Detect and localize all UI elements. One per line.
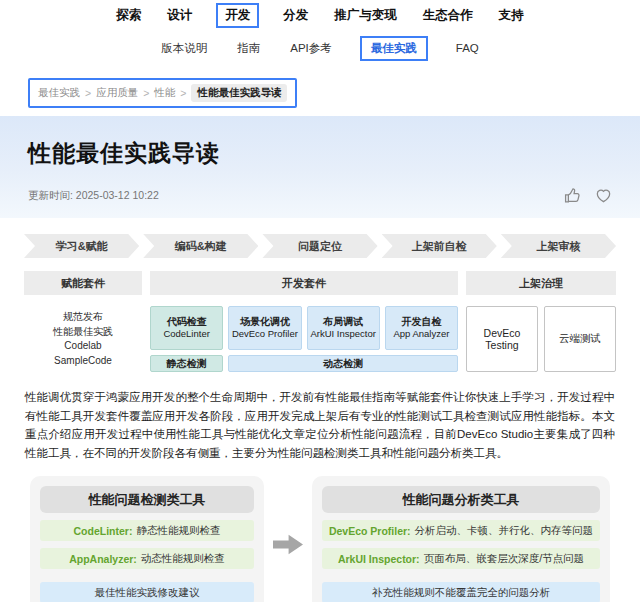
intro-paragraph: 性能调优贯穿于鸿蒙应用开发的整个生命周期中，开发前有性能最佳指南等赋能套件让你快…	[0, 372, 640, 468]
cloud-testing-box: 云端测试	[544, 306, 616, 372]
nav-item-support[interactable]: 支持	[497, 4, 526, 27]
tool-codelinter: 代码检查 CodeLinter	[150, 306, 223, 350]
tool-comparison: 性能问题检测类工具 CodeLinter: 静态性能规则检查 AppAnalyz…	[0, 468, 640, 602]
tool-subtitle: DevEco Profiler	[232, 328, 298, 340]
analysis-tools-panel: 性能问题分析类工具 DevEco Profiler: 分析启动、卡顿、并行化、内…	[312, 476, 610, 602]
enablement-column: 赋能套件 规范发布 性能最佳实践 Codelab SampleCode	[24, 271, 142, 372]
dynamic-detection-bar: 动态检测	[228, 355, 458, 372]
deveco-testing-box: DevEco Testing	[466, 306, 538, 372]
pipeline-diagram: 学习&赋能 编码&构建 问题定位 上架前自检 上架审核 赋能套件 规范发布 性能…	[0, 218, 640, 372]
detection-tools-panel: 性能问题检测类工具 CodeLinter: 静态性能规则检查 AppAnalyz…	[30, 476, 264, 602]
tool-desc: 静态性能规则检查	[136, 524, 220, 538]
subnav-item-api-reference[interactable]: API参考	[288, 38, 334, 59]
tool-desc: 分析启动、卡顿、并行化、内存等问题	[415, 524, 594, 538]
enablement-item: SampleCode	[24, 354, 142, 369]
like-icon[interactable]	[564, 187, 581, 204]
stage-review: 上架审核	[501, 234, 616, 258]
page-title: 性能最佳实践导读	[28, 138, 612, 169]
top-nav: 探索 设计 开发 分发 推广与变现 生态合作 支持	[0, 0, 640, 30]
devkit-column: 开发套件 代码检查 CodeLinter 场景化调优 DevEco Profil…	[150, 271, 458, 372]
enablement-item: 性能最佳实践	[24, 325, 142, 340]
governance-boxes: DevEco Testing 云端测试	[466, 306, 616, 372]
tool-deveco-profiler: 场景化调优 DevEco Profiler	[228, 306, 301, 350]
tool-title: 代码检查	[167, 316, 207, 328]
nav-item-distribute[interactable]: 分发	[281, 4, 310, 27]
tool-title: 开发自检	[401, 316, 441, 328]
analysis-row-inspector: ArkUI Inspector: 页面布局、嵌套层次深度/节点问题	[322, 548, 600, 569]
tool-desc: 页面布局、嵌套层次深度/节点问题	[424, 552, 584, 566]
breadcrumb-item-current-page: 性能最佳实践导读	[191, 84, 287, 102]
enablement-item: 规范发布	[24, 310, 142, 325]
subnav-item-guide[interactable]: 指南	[235, 38, 262, 59]
detection-panel-footer: 最佳性能实践修改建议	[40, 582, 254, 602]
governance-header: 上架治理	[466, 271, 616, 295]
favorite-icon[interactable]	[595, 187, 612, 204]
breadcrumb-row: 最佳实践 > 应用质量 > 性能 > 性能最佳实践导读	[0, 66, 640, 116]
sub-nav: 版本说明 指南 API参考 最佳实践 FAQ	[0, 30, 640, 66]
analysis-row-profiler: DevEco Profiler: 分析启动、卡顿、并行化、内存等问题	[322, 520, 600, 541]
tool-desc: 动态性能规则检查	[141, 552, 225, 566]
breadcrumb-item-app-quality[interactable]: 应用质量	[96, 86, 138, 100]
nav-item-design[interactable]: 设计	[165, 4, 194, 27]
nav-item-develop[interactable]: 开发	[216, 3, 259, 28]
tool-arkui-inspector: 布局调试 ArkUI Inspector	[307, 306, 380, 350]
subnav-item-release-notes[interactable]: 版本说明	[159, 38, 209, 59]
pipeline-stages: 学习&赋能 编码&构建 问题定位 上架前自检 上架审核	[24, 234, 616, 258]
tool-title: 布局调试	[323, 316, 363, 328]
subnav-item-best-practices[interactable]: 最佳实践	[360, 36, 428, 61]
tool-name: ArkUI Inspector:	[338, 553, 420, 565]
updated-timestamp: 更新时间: 2025-03-12 10:22	[28, 189, 159, 203]
stage-problem-locating: 问题定位	[262, 234, 377, 258]
devkit-header: 开发套件	[150, 271, 458, 295]
tool-subtitle: CodeLinter	[163, 328, 209, 340]
stage-self-check: 上架前自检	[382, 234, 497, 258]
nav-item-ecosystem[interactable]: 生态合作	[421, 4, 475, 27]
enablement-header: 赋能套件	[24, 271, 142, 295]
breadcrumb-separator: >	[180, 87, 186, 99]
tool-subtitle: ArkUI Inspector	[310, 328, 375, 340]
enablement-list: 规范发布 性能最佳实践 Codelab SampleCode	[24, 306, 142, 372]
breadcrumb-item-best-practices[interactable]: 最佳实践	[38, 86, 80, 100]
analysis-panel-footer: 补充性能规则不能覆盖完全的问题分析	[322, 582, 600, 602]
tool-title: 场景化调优	[240, 316, 290, 328]
devkit-tools: 代码检查 CodeLinter 场景化调优 DevEco Profiler 布局…	[150, 306, 458, 372]
tool-subtitle: App Analyzer	[393, 328, 449, 340]
detection-row-appanalyzer: AppAnalyzer: 动态性能规则检查	[40, 548, 254, 569]
tool-app-analyzer: 开发自检 App Analyzer	[385, 306, 458, 350]
enablement-item: Codelab	[24, 339, 142, 354]
right-arrow-icon	[273, 534, 303, 556]
breadcrumb-item-performance[interactable]: 性能	[154, 86, 175, 100]
subnav-item-faq[interactable]: FAQ	[454, 39, 481, 57]
breadcrumb-separator: >	[143, 87, 149, 99]
stage-learning: 学习&赋能	[24, 234, 139, 258]
tool-name: CodeLinter:	[74, 525, 133, 537]
hero-actions	[550, 187, 612, 204]
nav-item-monetize[interactable]: 推广与变现	[332, 4, 399, 27]
tool-name: DevEco Profiler:	[329, 525, 411, 537]
nav-item-explore[interactable]: 探索	[114, 4, 143, 27]
hero-banner: 性能最佳实践导读 更新时间: 2025-03-12 10:22	[0, 116, 640, 218]
stage-coding: 编码&构建	[143, 234, 258, 258]
analysis-panel-title: 性能问题分析类工具	[322, 486, 600, 513]
static-detection-bar: 静态检测	[150, 355, 223, 372]
breadcrumb: 最佳实践 > 应用质量 > 性能 > 性能最佳实践导读	[28, 78, 297, 108]
detection-panel-title: 性能问题检测类工具	[40, 486, 254, 513]
governance-column: 上架治理 DevEco Testing 云端测试	[466, 271, 616, 372]
detection-row-codelinter: CodeLinter: 静态性能规则检查	[40, 520, 254, 541]
tool-name: AppAnalyzer:	[69, 553, 137, 565]
breadcrumb-separator: >	[85, 87, 91, 99]
